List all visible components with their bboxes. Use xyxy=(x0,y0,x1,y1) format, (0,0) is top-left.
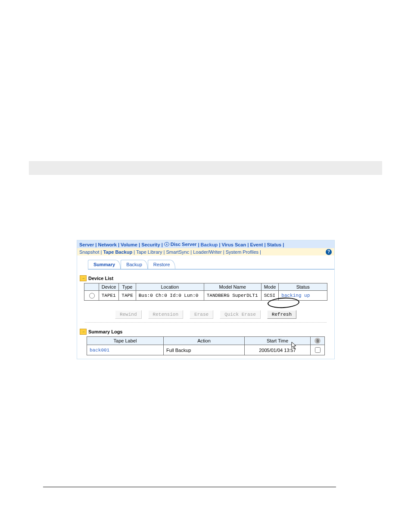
disc-icon xyxy=(164,242,169,246)
secondary-nav: Snapshot | Tape Backup | Tape Library | … xyxy=(77,248,334,255)
tape-label-link[interactable]: back001 xyxy=(90,348,109,353)
nav-server[interactable]: Server xyxy=(79,242,94,247)
subnav-tape-backup[interactable]: Tape Backup xyxy=(103,249,132,255)
col-tape-label: Tape Label xyxy=(87,337,164,345)
table-header-row: Tape Label Action Start Time 🗑 xyxy=(87,337,325,345)
nav-virus-scan[interactable]: Virus Scan xyxy=(222,242,246,247)
trash-icon[interactable]: 🗑 xyxy=(314,338,321,344)
table-row: back001 Full Backup 2005/01/04 13:57 xyxy=(87,345,325,355)
subnav-system-profiles[interactable]: System Profiles xyxy=(226,249,258,255)
quick-erase-button[interactable]: Quick Erase xyxy=(220,310,261,319)
footer-rule xyxy=(43,487,336,487)
cell-action: Full Backup xyxy=(164,345,245,355)
col-mode: Mode xyxy=(261,283,279,291)
divider xyxy=(85,322,327,323)
col-start-time: Start Time xyxy=(245,337,311,345)
nav-event[interactable]: Event xyxy=(250,242,263,247)
summary-logs-heading: → Summary Logs xyxy=(80,329,334,335)
erase-button[interactable]: Erase xyxy=(190,310,213,319)
cell-model: TANDBERG SuperDLT1 xyxy=(204,291,261,301)
device-select-radio[interactable] xyxy=(89,293,95,299)
col-action: Action xyxy=(164,337,245,345)
table-row: TAPE1 TAPE Bus:0 Ch:0 Id:0 Lun:0 TANDBER… xyxy=(84,291,327,301)
table-header-row: Device Type Location Model Name Mode Sta… xyxy=(84,283,327,291)
cell-device: TAPE1 xyxy=(99,291,119,301)
device-list-heading: → Device List xyxy=(80,275,334,281)
col-model: Model Name xyxy=(204,283,261,291)
col-location: Location xyxy=(136,283,204,291)
cell-location: Bus:0 Ch:0 Id:0 Lun:0 xyxy=(136,291,204,301)
col-status: Status xyxy=(279,283,327,291)
header-band xyxy=(29,161,382,175)
help-icon[interactable]: ? xyxy=(326,249,332,255)
nav-network[interactable]: Network xyxy=(98,242,116,247)
tab-restore[interactable]: Restore xyxy=(148,260,176,269)
retension-button[interactable]: Retension xyxy=(148,310,183,319)
nav-status[interactable]: Status xyxy=(267,242,282,247)
button-row: Rewind Retension Erase Quick Erase Refre… xyxy=(77,310,334,319)
primary-nav: Server | Network | Volume | Security | D… xyxy=(77,240,334,248)
svg-point-1 xyxy=(166,244,167,245)
subnav-loader-writer[interactable]: Loader/Writer xyxy=(193,249,221,255)
nav-security[interactable]: Security xyxy=(141,242,160,247)
arrow-icon: → xyxy=(80,329,87,335)
summary-logs-table: Tape Label Action Start Time 🗑 back001 F… xyxy=(87,336,325,355)
tab-strip: Summary Backup Restore xyxy=(88,260,334,269)
cell-mode: SCSI xyxy=(261,291,279,301)
nav-volume[interactable]: Volume xyxy=(121,242,137,247)
subnav-snapshot[interactable]: Snapshot xyxy=(79,249,99,255)
col-type: Type xyxy=(119,283,136,291)
col-device: Device xyxy=(99,283,119,291)
tab-backup[interactable]: Backup xyxy=(121,260,148,269)
log-select-checkbox[interactable] xyxy=(315,347,321,353)
subnav-tape-library[interactable]: Tape Library xyxy=(136,249,162,255)
admin-panel: Server | Network | Volume | Security | D… xyxy=(77,240,335,359)
arrow-icon: → xyxy=(80,275,87,281)
tab-summary[interactable]: Summary xyxy=(88,260,121,269)
nav-disc-server[interactable]: Disc Server xyxy=(164,242,197,247)
refresh-button[interactable]: Refresh xyxy=(267,310,296,319)
cell-status: backing up xyxy=(279,291,327,301)
subnav-smartsync[interactable]: SmartSync xyxy=(166,249,189,255)
device-list-table: Device Type Location Model Name Mode Sta… xyxy=(84,283,328,301)
nav-backup[interactable]: Backup xyxy=(201,242,218,247)
rewind-button[interactable]: Rewind xyxy=(115,310,142,319)
cell-start-time: 2005/01/04 13:57 xyxy=(245,345,311,355)
cell-type: TAPE xyxy=(119,291,136,301)
